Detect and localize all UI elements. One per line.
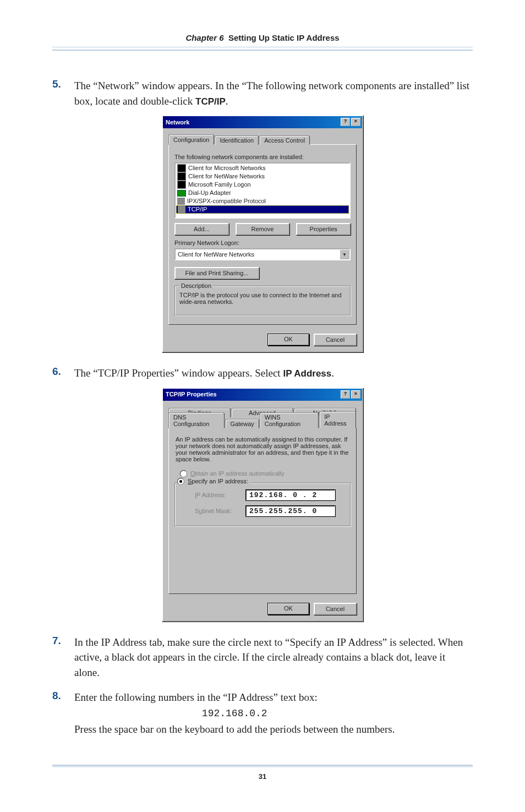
chapter-title: Setting Up Static IP Address — [228, 33, 340, 42]
ok-button[interactable]: OK — [267, 334, 309, 346]
properties-button[interactable]: Properties — [296, 223, 351, 235]
step-7: 7. In the IP Address tab, make sure the … — [52, 635, 473, 680]
ip-blurb: An IP address can be automatically assig… — [176, 436, 349, 462]
step-number: 8. — [52, 690, 74, 737]
tabstrip: Configuration Identification Access Cont… — [168, 133, 357, 144]
list-item-selected[interactable]: TCP/IP — [176, 205, 349, 214]
remove-button[interactable]: Remove — [236, 223, 290, 235]
window-title: TCP/IP Properties — [166, 391, 217, 397]
footer-divider — [52, 765, 473, 768]
code-ip: 192.168.0.2 — [74, 706, 395, 721]
specify-ip-group: Specify an IP address: IP Address: 192.1… — [174, 483, 351, 526]
add-button[interactable]: Add... — [174, 223, 229, 235]
tab-dns[interactable]: DNS Configuration — [168, 412, 225, 428]
ip-address-label: IP Address: — [195, 492, 239, 498]
tab-identification[interactable]: Identification — [215, 135, 259, 145]
chapter-number: Chapter 6 — [185, 33, 223, 42]
protocol-icon — [178, 206, 185, 213]
ip-address-input[interactable]: 192.168. 0 . 2 — [245, 489, 336, 501]
window-title: Network — [166, 119, 189, 126]
network-dialog: Network ? × Configuration Identification… — [162, 115, 363, 352]
list-item[interactable]: IPX/SPX-compatible Protocol — [176, 197, 349, 205]
step-text: The “Network” window appears. In the “Th… — [74, 78, 473, 108]
tabstrip-row2: DNS Configuration Gateway WINS Configura… — [168, 416, 357, 428]
help-icon[interactable]: ? — [341, 390, 350, 399]
page-number: 31 — [52, 772, 473, 781]
step-5: 5. The “Network” window appears. In the … — [52, 78, 473, 108]
radio-obtain-auto[interactable]: Obtain an IP address automatically — [180, 470, 351, 477]
subnet-mask-input[interactable]: 255.255.255. 0 — [245, 505, 336, 517]
step-6: 6. The “TCP/IP Properties” window appear… — [52, 366, 473, 381]
subnet-mask-label: Subnet Mask: — [195, 508, 239, 514]
chapter-header: Chapter 6 Setting Up Static IP Address — [52, 33, 473, 47]
step-8: 8. Enter the following numbers in the “I… — [52, 690, 473, 737]
description-group: Description TCP/IP is the protocol you u… — [174, 286, 351, 315]
tcpip-properties-dialog: TCP/IP Properties ? × Bindings Advanced … — [162, 388, 363, 622]
step-number: 7. — [52, 635, 74, 680]
cancel-button[interactable]: Cancel — [314, 603, 357, 615]
radio-icon — [177, 478, 184, 485]
list-item[interactable]: Client for NetWare Networks — [176, 172, 349, 181]
client-icon — [177, 164, 186, 172]
group-legend: Description — [179, 282, 213, 289]
help-icon[interactable]: ? — [341, 118, 350, 126]
tab-wins[interactable]: WINS Configuration — [260, 412, 319, 428]
client-icon — [177, 181, 186, 189]
client-icon — [177, 172, 186, 181]
titlebar[interactable]: TCP/IP Properties ? × — [163, 389, 362, 401]
dropdown-value: Client for NetWare Networks — [176, 251, 340, 258]
tab-ip-address[interactable]: IP Address — [319, 411, 356, 428]
file-print-sharing-button[interactable]: File and Print Sharing... — [174, 267, 259, 279]
chevron-down-icon[interactable]: ▼ — [340, 249, 349, 259]
tab-access-control[interactable]: Access Control — [259, 135, 310, 145]
close-icon[interactable]: × — [351, 118, 360, 126]
step-number: 5. — [52, 78, 74, 108]
adapter-icon — [177, 190, 186, 197]
description-text: TCP/IP is the protocol you use to connec… — [179, 292, 346, 310]
tab-panel: The following network components are ins… — [168, 144, 357, 325]
components-label: The following network components are ins… — [174, 154, 351, 160]
tab-panel: An IP address can be automatically assig… — [168, 428, 357, 594]
list-item[interactable]: Microsoft Family Logon — [176, 181, 349, 189]
list-item[interactable]: Dial-Up Adapter — [176, 189, 349, 197]
cancel-button[interactable]: Cancel — [314, 334, 357, 346]
page-footer: 31 — [52, 765, 473, 781]
components-listbox[interactable]: Client for Microsoft Networks Client for… — [174, 162, 351, 219]
radio-specify-ip[interactable]: Specify an IP address: — [177, 478, 250, 485]
step-number: 6. — [52, 366, 74, 381]
primary-logon-label: Primary Network Logon: — [174, 239, 351, 246]
tab-configuration[interactable]: Configuration — [168, 134, 214, 145]
radio-icon — [180, 470, 187, 477]
header-divider — [52, 47, 473, 51]
close-icon[interactable]: × — [351, 390, 360, 399]
ok-button[interactable]: OK — [267, 603, 309, 615]
step-text: Enter the following numbers in the “IP A… — [74, 690, 395, 737]
step-text: In the IP Address tab, make sure the cir… — [74, 635, 473, 680]
tab-gateway[interactable]: Gateway — [225, 419, 259, 428]
step-text: The “TCP/IP Properties” window appears. … — [74, 366, 334, 381]
list-item[interactable]: Client for Microsoft Networks — [176, 164, 349, 172]
titlebar[interactable]: Network ? × — [163, 116, 362, 128]
protocol-icon — [177, 198, 185, 205]
primary-logon-dropdown[interactable]: Client for NetWare Networks ▼ — [174, 248, 351, 260]
